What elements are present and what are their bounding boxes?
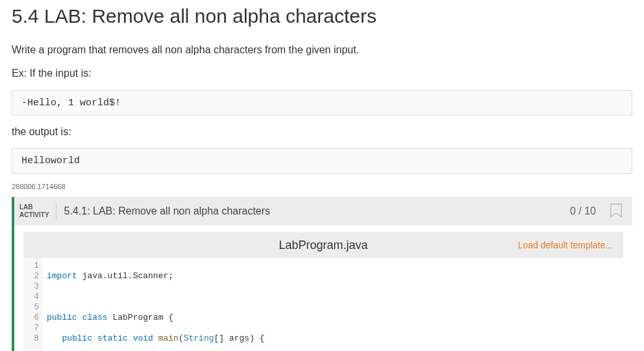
line-number: 2	[27, 271, 39, 281]
code-token: LabProgram	[112, 313, 163, 322]
code-token: void	[133, 333, 153, 343]
code-token: main	[158, 333, 179, 343]
code-token: public	[62, 333, 92, 343]
page-title: 5.4 LAB: Remove all non alpha characters	[12, 5, 632, 27]
output-example-block: Helloworld	[12, 148, 632, 174]
lab-activity-label: LAB ACTIVITY	[19, 203, 56, 219]
output-intro: the output is:	[12, 125, 632, 139]
lab-description: Write a program that removes all non alp…	[12, 43, 632, 57]
line-number: 5	[27, 302, 39, 313]
line-number: 6	[27, 313, 39, 323]
code-token: public	[47, 313, 77, 322]
code-editor[interactable]: 1 2 3 4 5 6 7 8 import java.util.Scanner…	[23, 258, 623, 351]
code-token: String	[184, 333, 214, 343]
code-content[interactable]: import java.util.Scanner; public class L…	[43, 258, 269, 351]
line-number: 1	[27, 261, 39, 271]
lab-activity-panel: LAB ACTIVITY 5.4.1: LAB: Remove all non …	[12, 197, 632, 351]
line-number: 4	[27, 292, 39, 302]
lab-activity-header: LAB ACTIVITY 5.4.1: LAB: Remove all non …	[14, 197, 632, 226]
code-token: java.util.Scanner;	[77, 271, 173, 281]
code-token: import	[47, 271, 77, 281]
code-token: (	[179, 333, 184, 343]
lab-activity-body: LabProgram.java Load default template...…	[14, 226, 632, 351]
lab-label-line1: LAB	[19, 203, 49, 211]
input-example-block: -Hello, 1 world$!	[12, 90, 632, 116]
reference-id: 288006.1714668	[12, 183, 632, 190]
code-token: class	[82, 313, 108, 322]
lab-label-line2: ACTIVITY	[19, 211, 49, 219]
code-token: [] args) {	[214, 333, 265, 343]
lab-activity-score: 0 / 10	[570, 205, 596, 217]
load-default-template-link[interactable]: Load default template...	[518, 240, 613, 250]
code-token: static	[97, 333, 128, 343]
code-token	[47, 333, 62, 343]
file-header: LabProgram.java Load default template...	[23, 232, 623, 258]
line-number: 7	[27, 323, 39, 333]
lab-activity-title: 5.4.1: LAB: Remove all non alpha charact…	[64, 205, 562, 217]
line-number: 8	[27, 333, 39, 344]
code-token: {	[163, 313, 173, 322]
file-name: LabProgram.java	[279, 239, 367, 252]
line-number-gutter: 1 2 3 4 5 6 7 8	[23, 258, 43, 351]
bookmark-icon[interactable]	[609, 203, 623, 219]
line-number: 3	[27, 281, 39, 292]
example-intro: Ex: If the input is:	[12, 66, 632, 81]
